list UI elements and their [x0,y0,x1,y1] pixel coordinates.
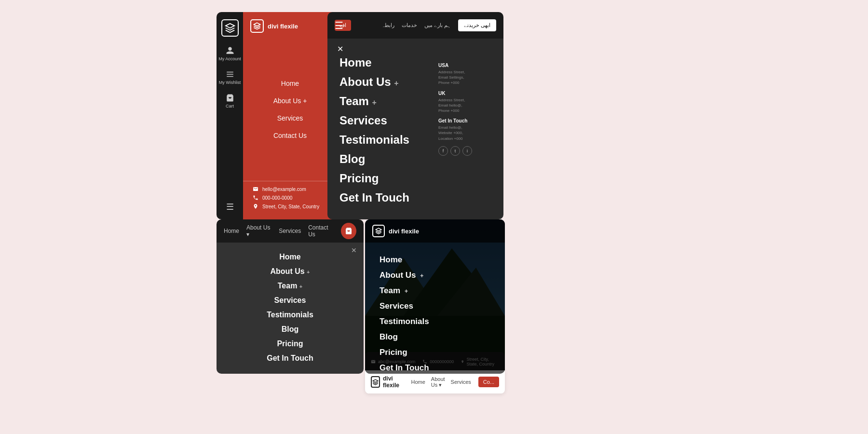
logo-nav-services[interactable]: Services [451,379,471,385]
slim-nav-home[interactable]: Home [224,228,239,234]
mockup-hamburger-dark: اف ہم بارے میں خدمات رابطہ ابھی خریدنے ✕… [327,12,503,219]
social-twitter-icon[interactable]: t [450,146,460,156]
slim-dd-team[interactable]: Team + [229,279,352,293]
red-menu-home[interactable]: Home [243,75,337,92]
red-menu-about[interactable]: About Us [243,92,337,109]
img-nav-team[interactable]: Team + [380,283,490,298]
mockup-slim-nav-dropdown: Home About Us ▾ Services Contact Us ✕ Ho… [217,219,364,374]
img-nav-home[interactable]: Home [380,252,490,268]
image-brand-name: divi flexile [389,228,419,235]
social-facebook-icon[interactable]: f [438,146,448,156]
logo-nav-home[interactable]: Home [411,379,425,385]
red-menu-footer: hello@example.com 000-000-0000 Street, C… [243,181,337,212]
rtl-nav-raabta: رابطہ [381,22,394,28]
slim-dd-home[interactable]: Home [229,250,352,264]
slim-dd-get-in-touch[interactable]: Get In Touch [229,351,352,366]
slim-cart-button[interactable] [341,223,356,239]
logo-nav-icon [371,376,380,388]
slim-dd-testimonials[interactable]: Testimonials [229,308,352,322]
red-flyout-menu: divi flexile Home About Us Services Cont… [243,12,337,219]
hamburger-button[interactable]: ☰ [335,20,343,31]
logo-nav-links: Home About Us ▾ Services [411,376,471,388]
img-nav-blog[interactable]: Blog [380,329,490,345]
dark-nav-about[interactable]: About Us + [339,72,431,92]
slim-nav-about[interactable]: About Us ▾ [246,224,271,238]
rtl-nav-links: ہم بارے میں خدمات رابطہ [381,22,451,28]
footer-phone-text: 000-000-0000 [262,195,292,201]
dark-nav-blog[interactable]: Blog [339,149,431,169]
slim-dd-services[interactable]: Services [229,293,352,308]
logo-nav-about[interactable]: About Us ▾ [431,376,445,388]
image-topbar: divi flexile [365,219,505,243]
region-getintouch-title: Get In Touch [438,118,491,123]
slim-close-x[interactable]: ✕ [351,246,357,254]
slim-dd-blog[interactable]: Blog [229,322,352,337]
red-menu-header: divi flexile [243,19,337,38]
slim-topbar: Home About Us ▾ Services Contact Us [217,219,364,243]
dark-nav-get-in-touch[interactable]: Get In Touch [339,188,431,207]
social-instagram-icon[interactable]: i [462,146,472,156]
sidebar-cart-label: Cart [226,104,234,108]
rtl-nav-khadmat: خدمات [402,22,417,28]
sidebar-my-account-label: My Account [218,56,241,61]
region-usa-title: USA [438,63,491,68]
img-nav-testimonials[interactable]: Testimonials [380,314,490,329]
red-menu-nav: Home About Us Services Contact Us [243,38,337,181]
social-icons-row: f t i [438,146,491,156]
img-nav-get-in-touch[interactable]: Get In Touch [380,360,490,374]
dark-nav-services[interactable]: Services [339,111,431,130]
slim-dd-pricing[interactable]: Pricing [229,337,352,351]
image-nav: Home About Us + Team + Services Testimon… [365,243,505,374]
region-getintouch-text: Email hello@,Website +000,Location +000 [438,125,491,141]
footer-address-text: Street, City, State, Country [262,204,319,209]
sidebar-dark: My Account My Wishlist Cart ☰ [217,12,243,219]
red-menu-brand-name: divi flexile [268,23,298,30]
logo-nav-brand: divi flexile [371,375,404,389]
region-uk-text: Address Street,Email hello@,Phone +000 [438,97,491,114]
img-nav-services[interactable]: Services [380,298,490,314]
logo-nav-bar: divi flexile Home About Us ▾ Services Co… [365,370,505,393]
footer-phone: 000-000-0000 [253,195,327,201]
logo-nav-brand-name: divi flexile [383,375,404,389]
dark-nav-testimonials[interactable]: Testimonials [339,130,431,149]
image-brand: divi flexile [372,225,419,237]
footer-email-text: hello@example.com [262,187,306,192]
mockup-logo-nav-bar: divi flexile Home About Us ▾ Services Co… [365,370,505,393]
dark-nav-home[interactable]: Home [339,53,431,72]
img-nav-pricing[interactable]: Pricing [380,345,490,360]
logo-nav-cta-button[interactable]: Co... [478,377,499,387]
sidebar-my-wishlist-label: My Wishlist [219,80,241,85]
sidebar-my-wishlist[interactable]: My Wishlist [219,70,241,85]
close-button-dark[interactable]: ✕ [337,44,343,54]
region-usa-text: Address Street,Email Settings,Phone +000 [438,69,491,86]
slim-nav-services[interactable]: Services [279,228,301,234]
rtl-header-bar: اف ہم بارے میں خدمات رابطہ ابھی خریدنے [327,12,503,39]
rtl-buy-button[interactable]: ابھی خریدنے [458,19,496,31]
dark-nav-pricing[interactable]: Pricing [339,169,431,188]
red-menu-logo [250,19,264,33]
slim-nav-links: Home About Us ▾ Services Contact Us [224,224,334,238]
red-menu-contact[interactable]: Contact Us [243,127,337,144]
dark-dropdown-side-info: USA Address Street,Email Settings,Phone … [438,48,491,210]
hamburger-icon[interactable]: ☰ [226,202,234,212]
slim-dropdown-nav: Home About Us + Team + Services Testimon… [229,250,352,366]
dark-mega-dropdown: ✕ Home About Us + Team + Services Testim… [327,39,503,219]
slim-nav-contact[interactable]: Contact Us [308,224,334,238]
red-menu-services[interactable]: Services [243,109,337,127]
dark-nav-team[interactable]: Team + [339,92,431,111]
slim-dark-panel: ✕ Home About Us + Team + Services Testim… [217,243,364,374]
slim-dd-about[interactable]: About Us + [229,264,352,279]
footer-email: hello@example.com [253,186,327,192]
img-nav-about[interactable]: About Us + [380,268,490,283]
region-uk-title: UK [438,91,491,96]
image-content: divi flexile Home About Us + Team + Serv… [365,219,505,374]
mockup-image-bg-nav: divi flexile Home About Us + Team + Serv… [365,219,505,374]
image-brand-logo [372,225,385,237]
dark-nav-links: Home About Us + Team + Services Testimon… [339,48,431,210]
sidebar-my-account[interactable]: My Account [218,46,241,61]
sidebar-logo-icon [221,19,239,37]
footer-address: Street, City, State, Country [253,203,327,209]
sidebar-cart[interactable]: Cart [226,94,234,108]
rtl-nav-hambaremein: ہم بارے میں [424,22,451,28]
